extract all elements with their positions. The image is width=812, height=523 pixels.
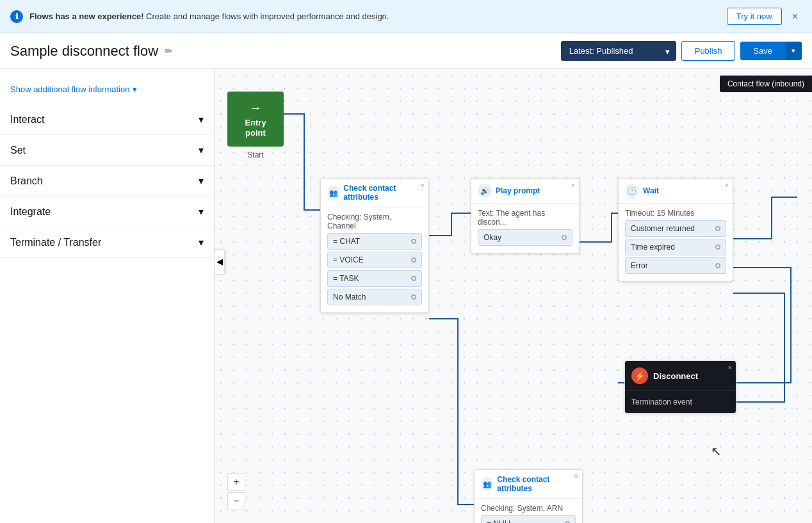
play-prompt-node[interactable]: × 🔊 Play prompt Text: The agent has disc… xyxy=(471,178,580,253)
play-prompt-title: Play prompt xyxy=(496,186,540,195)
wait-option-time-expired: Time expired xyxy=(625,239,726,255)
sidebar-section-integrate: Integrate ▾ xyxy=(0,197,214,227)
sidebar-section-branch: Branch ▾ xyxy=(0,166,214,197)
branch-chevron-icon: ▾ xyxy=(199,175,204,187)
check-contact-2-attr: Checking: System, ARN xyxy=(481,504,576,513)
check-contact-2-option-null: = NULL xyxy=(481,515,576,523)
flow-title-area: Sample disconnect flow ✏ xyxy=(10,43,561,60)
sidebar: Show additional flow information ▾ Inter… xyxy=(0,69,215,523)
sidebar-section-interact: Interact ▾ xyxy=(0,104,214,135)
sidebar-item-terminate[interactable]: Terminate / Transfer ▾ xyxy=(0,227,214,257)
sidebar-item-set[interactable]: Set ▾ xyxy=(0,135,214,165)
show-info-label: Show additional flow information xyxy=(10,84,129,94)
save-button[interactable]: Save xyxy=(740,42,785,60)
chevron-down-icon: ▾ xyxy=(133,84,137,94)
terminate-chevron-icon: ▾ xyxy=(199,236,204,248)
disconnect-title: Disconnect xyxy=(653,371,698,381)
integrate-label: Integrate xyxy=(10,206,51,218)
disconnect-node[interactable]: × ⚡ Disconnect Termination event xyxy=(624,360,736,414)
wait-title: Wait xyxy=(643,186,659,195)
publish-button[interactable]: Publish xyxy=(681,41,736,61)
check-contact-1-option-nomatch: No Match xyxy=(327,289,422,305)
sidebar-item-interact[interactable]: Interact ▾ xyxy=(0,104,214,134)
entry-point-start: Start xyxy=(227,150,284,159)
zoom-controls: + − xyxy=(227,473,245,510)
wait-close-icon[interactable]: × xyxy=(725,181,729,189)
save-button-group: Save ▾ xyxy=(740,42,802,60)
check-contact-1-option-task: = TASK xyxy=(327,270,422,287)
play-prompt-option-okay: Okay xyxy=(478,229,572,246)
page-header: Sample disconnect flow ✏ Latest: Publish… xyxy=(0,33,812,69)
wait-icon: 🕐 xyxy=(625,184,639,198)
info-icon: ℹ xyxy=(10,10,23,23)
new-experience-banner: ℹ Flows has a new experience! Create and… xyxy=(0,0,812,33)
entry-point-title: Entry point xyxy=(235,118,276,138)
cursor-indicator: ↖ xyxy=(711,444,722,459)
play-prompt-icon: 🔊 xyxy=(478,184,492,198)
check-contact-1-icon: 👥 xyxy=(327,186,339,200)
check-contact-1-option-voice: = VOICE xyxy=(327,252,422,268)
disconnect-attr: Termination event xyxy=(631,398,729,406)
wait-option-error: Error xyxy=(625,257,726,274)
sidebar-section-set: Set ▾ xyxy=(0,135,214,166)
banner-close-icon[interactable]: × xyxy=(788,10,802,24)
show-additional-info[interactable]: Show additional flow information ▾ xyxy=(0,79,214,104)
zoom-in-button[interactable]: + xyxy=(227,473,245,491)
version-select-wrapper: Latest: Published xyxy=(561,41,676,61)
wait-option-customer-returned: Customer returned xyxy=(625,220,726,237)
try-it-now-button[interactable]: Try it now xyxy=(727,8,782,25)
flow-title-text: Sample disconnect flow xyxy=(10,43,158,60)
edit-title-icon[interactable]: ✏ xyxy=(165,45,173,57)
play-prompt-attr: Text: The agent has discon... xyxy=(478,209,572,227)
main-area: Show additional flow information ▾ Inter… xyxy=(0,69,812,523)
interact-chevron-icon: ▾ xyxy=(199,113,204,125)
sidebar-section-terminate: Terminate / Transfer ▾ xyxy=(0,227,214,258)
set-chevron-icon: ▾ xyxy=(199,144,204,156)
disconnect-icon: ⚡ xyxy=(631,367,648,384)
terminate-label: Terminate / Transfer xyxy=(10,237,101,248)
entry-point-node[interactable]: → Entry point Start xyxy=(227,92,284,159)
check-contact-2-icon: 👥 xyxy=(481,477,493,491)
disconnect-close-icon[interactable]: × xyxy=(728,364,732,371)
play-prompt-close-icon[interactable]: × xyxy=(571,181,575,189)
wait-node[interactable]: × 🕐 Wait Timeout: 15 Minutes Customer re… xyxy=(618,178,733,282)
check-contact-1-attr: Checking: System, Channel xyxy=(327,213,422,230)
sidebar-item-branch[interactable]: Branch ▾ xyxy=(0,166,214,196)
header-controls: Latest: Published Publish Save ▾ xyxy=(561,41,802,61)
check-contact-2-title: Check contact attributes xyxy=(497,475,576,493)
check-contact-node-1[interactable]: × 👥 Check contact attributes Checking: S… xyxy=(320,178,429,313)
zoom-out-button[interactable]: − xyxy=(227,492,245,510)
sidebar-item-integrate[interactable]: Integrate ▾ xyxy=(0,197,214,227)
flow-canvas[interactable]: Contact flow (inbound) → xyxy=(215,69,812,523)
check-contact-1-title: Check contact attributes xyxy=(343,184,422,202)
check-contact-1-option-chat: = CHAT xyxy=(327,233,422,250)
entry-arrow-icon: → xyxy=(235,101,276,115)
wait-attr: Timeout: 15 Minutes xyxy=(625,209,726,218)
save-dropdown-button[interactable]: ▾ xyxy=(785,42,802,60)
check-contact-1-close-icon[interactable]: × xyxy=(421,181,425,189)
check-contact-2-close-icon[interactable]: × xyxy=(574,472,578,480)
banner-message: Flows has a new experience! Create and m… xyxy=(29,12,720,21)
integrate-chevron-icon: ▾ xyxy=(199,205,204,218)
set-label: Set xyxy=(10,145,26,156)
connector-lines xyxy=(215,69,812,523)
contact-flow-label: Contact flow (inbound) xyxy=(720,76,812,92)
interact-label: Interact xyxy=(10,114,44,125)
version-select[interactable]: Latest: Published xyxy=(561,41,676,61)
sidebar-collapse-button[interactable]: ◀ xyxy=(215,249,225,275)
branch-label: Branch xyxy=(10,175,43,187)
check-contact-node-2[interactable]: × 👥 Check contact attributes Checking: S… xyxy=(474,469,583,523)
collapse-arrow-icon: ◀ xyxy=(216,257,223,266)
